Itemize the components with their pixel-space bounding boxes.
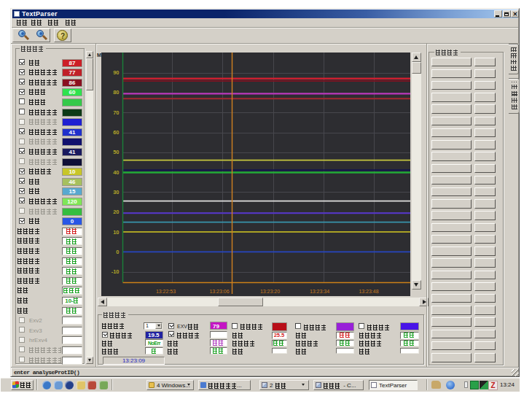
svg-text:50: 50 — [113, 149, 119, 155]
svg-text:20: 20 — [113, 209, 119, 215]
svg-text:90: 90 — [113, 69, 119, 76]
svg-text:13:23:20: 13:23:20 — [260, 289, 280, 294]
svg-text:10: 10 — [113, 229, 119, 236]
svg-text:-10: -10 — [112, 268, 120, 275]
svg-text:30: 30 — [113, 189, 119, 195]
svg-text:13:22:53: 13:22:53 — [156, 289, 176, 294]
svg-text:13:23:06: 13:23:06 — [209, 289, 229, 294]
svg-text:13:23:48: 13:23:48 — [359, 289, 378, 294]
svg-text:60: 60 — [113, 129, 119, 136]
svg-text:0: 0 — [116, 249, 119, 255]
svg-text:80: 80 — [113, 89, 119, 96]
svg-text:40: 40 — [113, 169, 119, 176]
svg-text:70: 70 — [113, 109, 119, 116]
svg-text:13:23:34: 13:23:34 — [310, 289, 329, 294]
